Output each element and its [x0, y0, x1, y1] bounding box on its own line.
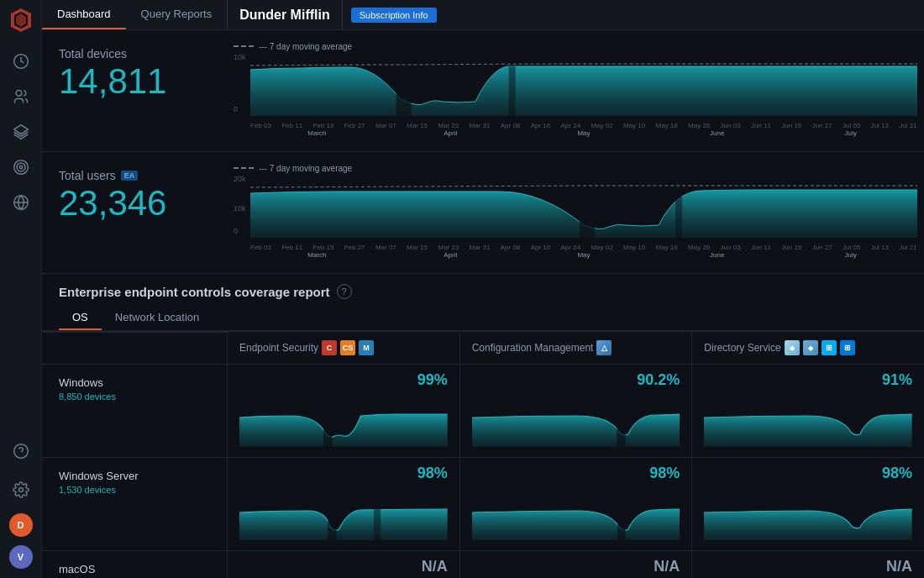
company-name: Dunder Mifflin: [227, 0, 343, 29]
sidebar: D V: [0, 0, 42, 578]
svg-point-4: [16, 91, 22, 97]
win-server-config-pct: 98%: [472, 465, 680, 482]
users-moving-avg: --- 7 day moving average: [227, 162, 924, 175]
row-windows-label: Windows 8,850 devices: [42, 364, 227, 457]
svg-rect-20: [328, 509, 336, 540]
windows-server-name: Windows Server: [59, 470, 210, 482]
macos-directory-pct: N/A: [704, 558, 912, 575]
svg-rect-21: [374, 509, 381, 540]
windows-directory-pct: 91%: [704, 371, 912, 389]
windows-config-mgmt-cell: 90.2%: [459, 364, 692, 457]
windows-config-chart: [472, 392, 680, 451]
svg-point-13: [18, 488, 23, 492]
row-windows-server-label: Windows Server 1,530 devices: [42, 457, 227, 550]
icon-dir2: ◆: [803, 340, 818, 355]
users-stat-left: Total users EA 23,346: [42, 162, 227, 228]
win-server-directory-chart: [704, 486, 912, 544]
windows-server-devices: 1,530 devices: [59, 485, 210, 495]
users-chart-svg: [250, 175, 917, 242]
coverage-tabs: OS Network Location: [42, 306, 924, 331]
windows-endpoint-security-cell: 99%: [227, 364, 459, 457]
coverage-help-icon[interactable]: ?: [337, 284, 352, 299]
main-content: Dashboard Query Reports Dunder Mifflin S…: [42, 0, 924, 578]
svg-rect-22: [617, 509, 625, 540]
coverage-grid: Endpoint Security C CS M Configuration M…: [42, 331, 924, 578]
svg-point-6: [13, 160, 28, 175]
content-area: Total devices 14,811 --- 7 day moving av…: [42, 30, 924, 578]
macos-config-cell: N/A: [459, 550, 692, 578]
icon-config: △: [596, 340, 612, 355]
col-config-mgmt: Configuration Management △: [459, 332, 692, 364]
tab-dashboard[interactable]: Dashboard: [42, 0, 126, 29]
win-server-endpoint-pct: 98%: [239, 465, 448, 482]
users-y-mid: 10k: [234, 204, 246, 213]
windows-name: Windows: [59, 376, 210, 389]
macos-endpoint-cell: N/A: [227, 550, 459, 578]
users-y-min: 0: [234, 227, 238, 235]
tab-query-reports[interactable]: Query Reports: [126, 0, 228, 29]
svg-rect-16: [580, 190, 595, 238]
ea-badge: EA: [121, 171, 139, 181]
win-server-endpoint-chart: [239, 486, 448, 544]
svg-point-8: [19, 166, 22, 168]
coverage-title: Enterprise endpoint controls coverage re…: [59, 285, 330, 299]
sidebar-help[interactable]: [6, 436, 36, 466]
win-server-config-cell: 98%: [459, 457, 692, 550]
devices-y-min: 0: [234, 105, 238, 113]
icon-cylance: C: [322, 340, 337, 355]
win-server-directory-pct: 98%: [704, 465, 912, 482]
win-server-directory-cell: 98%: [691, 457, 924, 550]
win-server-config-chart: [472, 486, 680, 544]
windows-config-pct: 90.2%: [472, 371, 680, 389]
col-endpoint-security: Endpoint Security C CS M: [227, 332, 459, 364]
macos-name: macOS: [59, 563, 210, 575]
sidebar-settings[interactable]: [6, 475, 36, 505]
users-chart: --- 7 day moving average 20k 10k 0: [227, 162, 924, 263]
coverage-section: Enterprise endpoint controls coverage re…: [42, 274, 924, 578]
windows-devices: 8,850 devices: [59, 391, 210, 402]
icon-malware: M: [359, 340, 374, 355]
col-directory-service: Directory Service ◆ ◆ ⊞ ⊞: [691, 332, 924, 364]
users-label: Total users EA: [59, 169, 210, 182]
windows-endpoint-chart: [239, 392, 448, 451]
sidebar-item-globe[interactable]: [6, 187, 36, 218]
sidebar-item-dashboard[interactable]: [6, 46, 36, 76]
sidebar-item-users[interactable]: [6, 81, 36, 112]
users-y-max: 20k: [234, 175, 246, 183]
svg-rect-14: [396, 66, 412, 116]
devices-label: Total devices: [59, 47, 210, 60]
devices-chart: --- 7 day moving average 10k 0: [227, 40, 924, 141]
devices-chart-svg: [250, 53, 917, 120]
tab-os[interactable]: OS: [59, 306, 102, 330]
tab-network-location[interactable]: Network Location: [102, 306, 213, 330]
macos-config-pct: N/A: [472, 558, 680, 575]
avatar-d[interactable]: D: [9, 513, 33, 537]
svg-point-11: [13, 444, 28, 459]
sidebar-item-target[interactable]: [6, 152, 36, 182]
icon-win-logo2: ⊞: [840, 340, 855, 355]
devices-month-labels: March April May June July: [250, 129, 917, 137]
sidebar-item-layers[interactable]: [6, 117, 36, 147]
total-devices-section: Total devices 14,811 --- 7 day moving av…: [42, 30, 924, 152]
total-users-section: Total users EA 23,346 --- 7 day moving a…: [42, 152, 924, 274]
svg-rect-18: [323, 414, 332, 447]
svg-rect-17: [675, 190, 682, 238]
windows-endpoint-pct: 99%: [239, 371, 448, 389]
row-macos-label: macOS 0 devices: [42, 550, 227, 578]
devices-number: 14,811: [59, 64, 210, 99]
app-logo[interactable]: [8, 7, 34, 34]
macos-directory-cell: N/A: [691, 550, 924, 578]
svg-rect-19: [617, 414, 625, 447]
users-x-labels: Feb 03 Feb 11 Feb 19 Feb 27 Mar 07 Mar 1…: [250, 244, 917, 251]
devices-y-max: 10k: [234, 53, 246, 61]
icon-dir1: ◆: [785, 340, 800, 355]
devices-x-labels: Feb 03 Feb 11 Feb 19 Feb 27 Mar 07 Mar 1…: [250, 122, 917, 129]
avatar-v[interactable]: V: [9, 545, 33, 569]
col-empty-header: [42, 332, 227, 364]
subscription-info-button[interactable]: Subscription Info: [351, 8, 437, 23]
windows-directory-cell: 91%: [691, 364, 924, 457]
windows-directory-chart: [704, 392, 912, 451]
coverage-header: Enterprise endpoint controls coverage re…: [42, 284, 924, 306]
devices-moving-avg: --- 7 day moving average: [227, 40, 924, 53]
icon-crowdstrike: CS: [340, 340, 355, 355]
